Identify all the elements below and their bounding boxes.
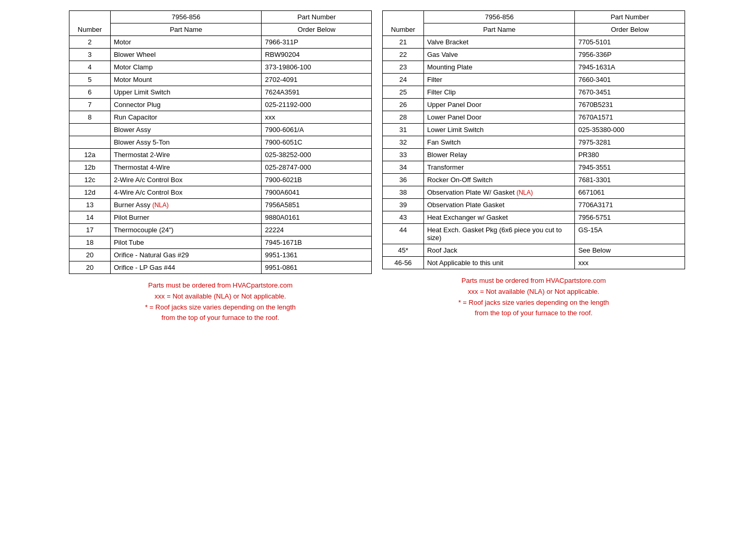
- row-part-number: 7670B5231: [575, 99, 685, 111]
- row-part-number: 6671061: [575, 186, 685, 199]
- row-part-number: 7975-3281: [575, 136, 685, 149]
- row-number: 43: [383, 211, 424, 224]
- row-part-name: Pilot Tube: [110, 236, 262, 249]
- table-row: 6Upper Limit Switch7624A3591: [69, 86, 372, 99]
- table-row: 18Pilot Tube7945-1671B: [69, 236, 372, 249]
- row-part-number: 22224: [262, 224, 372, 236]
- row-part-name: Thermostat 2-Wire: [110, 149, 262, 161]
- row-number: 7: [69, 99, 111, 111]
- row-part-name: Lower Panel Door: [423, 111, 575, 124]
- table-row: 17Thermocouple (24")22224: [69, 224, 372, 236]
- row-number: 6: [69, 86, 111, 99]
- row-part-name: Filter Clip: [423, 86, 575, 99]
- row-part-number: 7956A5851: [262, 199, 372, 211]
- row-part-number: 7660-3401: [575, 74, 685, 86]
- table-row: 5Motor Mount2702-4091: [69, 74, 372, 86]
- left-footnote: Parts must be ordered from HVACpartstore…: [69, 280, 372, 324]
- row-part-number: 025-28747-000: [262, 161, 372, 174]
- row-number: 4: [69, 61, 111, 74]
- row-part-number: 7966-311P: [262, 36, 372, 49]
- row-part-name: Run Capacitor: [110, 111, 262, 124]
- table-row: 13Burner Assy (NLA)7956A5851: [69, 199, 372, 211]
- nla-badge: (NLA): [516, 189, 533, 196]
- row-number: 44: [383, 224, 424, 244]
- row-part-name: Blower Relay: [423, 149, 575, 161]
- row-part-number: 025-38252-000: [262, 149, 372, 161]
- row-part-name: Observation Plate Gasket: [423, 199, 575, 211]
- table-row: 26Upper Panel Door7670B5231: [383, 99, 685, 111]
- row-part-number: 7900-6051C: [262, 136, 372, 149]
- row-number: 24: [383, 74, 424, 86]
- table-row: 12c2-Wire A/c Control Box7900-6021B: [69, 174, 372, 186]
- row-part-name: Rocker On-Off Switch: [423, 174, 575, 186]
- table-row: 12bThermostat 4-Wire025-28747-000: [69, 161, 372, 174]
- table-row: 34Transformer7945-3551: [383, 161, 685, 174]
- row-number: 12a: [69, 149, 111, 161]
- row-number: 21: [383, 36, 424, 49]
- row-part-name: Blower Assy: [110, 124, 262, 136]
- table-row: 45*Roof JackSee Below: [383, 244, 685, 257]
- row-part-number: xxx: [262, 111, 372, 124]
- row-part-name: 2-Wire A/c Control Box: [110, 174, 262, 186]
- table-row: 36Rocker On-Off Switch7681-3301: [383, 174, 685, 186]
- right-header-partname: Part Name: [423, 23, 575, 36]
- row-part-name: Gas Valve: [423, 49, 575, 61]
- row-part-name: Mounting Plate: [423, 61, 575, 74]
- row-number: 8: [69, 111, 111, 124]
- row-part-number: 7900-6061/A: [262, 124, 372, 136]
- row-part-number: 7681-3301: [575, 174, 685, 186]
- table-row: 28Lower Panel Door7670A1571: [383, 111, 685, 124]
- row-number: 45*: [383, 244, 424, 257]
- table-row: 20Orifice - Natural Gas #299951-1361: [69, 249, 372, 261]
- row-part-name: Motor: [110, 36, 262, 49]
- row-part-number: 9951-0861: [262, 261, 372, 274]
- row-part-number: 7670A1571: [575, 111, 685, 124]
- row-part-name: Roof Jack: [423, 244, 575, 257]
- right-footnote: Parts must be ordered from HVACpartstore…: [382, 276, 685, 319]
- row-part-number: See Below: [575, 244, 685, 257]
- row-part-number: 025-21192-000: [262, 99, 372, 111]
- row-part-number: 7945-3551: [575, 161, 685, 174]
- right-header-number: Number: [383, 11, 424, 36]
- row-number: 31: [383, 124, 424, 136]
- row-part-number: 025-35380-000: [575, 124, 685, 136]
- table-row: 3Blower WheelRBW90204: [69, 49, 372, 61]
- row-part-number: 7900-6021B: [262, 174, 372, 186]
- row-part-number: 7956-5751: [575, 211, 685, 224]
- row-part-number: 7945-1631A: [575, 61, 685, 74]
- row-number: 32: [383, 136, 424, 149]
- table-row: 20Orifice - LP Gas #449951-0861: [69, 261, 372, 274]
- row-part-name: Blower Wheel: [110, 49, 262, 61]
- row-number: 33: [383, 149, 424, 161]
- right-header-partnum-top: Part Number: [575, 11, 685, 23]
- table-row: 46-56Not Applicable to this unitxxx: [383, 257, 685, 269]
- row-number: [69, 124, 111, 136]
- table-row: 7Connector Plug025-21192-000: [69, 99, 372, 111]
- row-number: 5: [69, 74, 111, 86]
- table-row: 14Pilot Burner9880A0161: [69, 211, 372, 224]
- left-parts-table: Number 7956-856 Part Number Part Name Or…: [69, 10, 372, 274]
- row-part-name: Blower Assy 5-Ton: [110, 136, 262, 149]
- left-header-partnum-top: Part Number: [262, 11, 372, 23]
- row-part-number: RBW90204: [262, 49, 372, 61]
- table-row: 39Observation Plate Gasket7706A3171: [383, 199, 685, 211]
- row-number: 20: [69, 261, 111, 274]
- row-part-number: 7956-336P: [575, 49, 685, 61]
- table-row: 33Blower RelayPR380: [383, 149, 685, 161]
- table-row: 38Observation Plate W/ Gasket (NLA)66710…: [383, 186, 685, 199]
- left-header-number: Number: [69, 11, 111, 36]
- row-number: 25: [383, 86, 424, 99]
- row-number: 34: [383, 161, 424, 174]
- row-number: 20: [69, 249, 111, 261]
- row-part-number: 7624A3591: [262, 86, 372, 99]
- row-part-name: Connector Plug: [110, 99, 262, 111]
- row-part-number: 7706A3171: [575, 199, 685, 211]
- row-part-number: 9951-1361: [262, 249, 372, 261]
- row-number: 28: [383, 111, 424, 124]
- row-number: 38: [383, 186, 424, 199]
- table-row: 43Heat Exchanger w/ Gasket7956-5751: [383, 211, 685, 224]
- table-row: 44Heat Exch. Gasket Pkg (6x6 piece you c…: [383, 224, 685, 244]
- left-header-model: 7956-856: [110, 11, 262, 23]
- row-number: 12b: [69, 161, 111, 174]
- row-part-name: Orifice - Natural Gas #29: [110, 249, 262, 261]
